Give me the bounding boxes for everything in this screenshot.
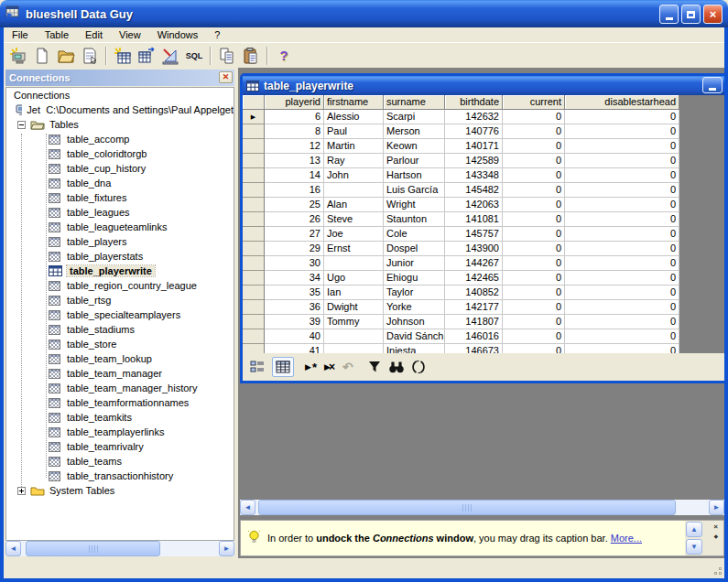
- tree-item-table_playerstats[interactable]: table_playerstats: [6, 249, 234, 264]
- grid-cell[interactable]: 0: [503, 168, 565, 183]
- more-link[interactable]: More...: [611, 533, 642, 544]
- scroll-left-icon[interactable]: ◄: [5, 541, 21, 556]
- tree-item-table_transactionhistory[interactable]: table_transactionhistory: [6, 469, 234, 483]
- grid-cell[interactable]: 0: [565, 183, 679, 198]
- grid-cell[interactable]: Scarpi: [384, 110, 445, 124]
- grid-cell[interactable]: 16: [265, 183, 324, 198]
- tree-item-table_players[interactable]: table_players: [6, 234, 234, 249]
- new-record-icon[interactable]: ▶*: [305, 361, 317, 374]
- collapse-icon[interactable]: [17, 121, 26, 129]
- row-selector[interactable]: [243, 124, 265, 139]
- grid-cell[interactable]: Dwight: [324, 300, 384, 315]
- scrollbar-thumb[interactable]: [258, 500, 676, 515]
- tree-item-table_dna[interactable]: table_dna: [6, 176, 234, 190]
- row-selector[interactable]: [243, 271, 265, 286]
- find-icon[interactable]: [388, 361, 405, 373]
- grid-cell[interactable]: [324, 183, 384, 198]
- grid-cell[interactable]: 6: [265, 110, 324, 124]
- grid-cell[interactable]: 0: [565, 198, 679, 212]
- scrollbar-thumb[interactable]: [26, 541, 160, 556]
- grid-cell[interactable]: Yorke: [384, 300, 445, 315]
- tree-item-table_rtsg[interactable]: table_rtsg: [6, 293, 234, 307]
- grid-cell[interactable]: 0: [565, 286, 679, 300]
- tree-item-table_team_lookup[interactable]: table_team_lookup: [6, 351, 234, 366]
- grid-column-header[interactable]: birthdate: [445, 95, 503, 110]
- grid-cell[interactable]: 0: [503, 212, 565, 227]
- grid-cell[interactable]: 0: [503, 286, 565, 300]
- new-connection-icon[interactable]: [7, 46, 29, 66]
- grid-cell[interactable]: 0: [565, 256, 679, 271]
- tree-item-jet-connection[interactable]: Jet C:\Documents and Settings\Paul Appel…: [6, 102, 234, 117]
- form-view-icon[interactable]: [250, 360, 265, 374]
- grid-cell[interactable]: John: [324, 168, 384, 183]
- tree-item-table_teamrivalry[interactable]: table_teamrivalry: [6, 439, 234, 454]
- grid-cell[interactable]: Merson: [384, 124, 445, 139]
- row-selector[interactable]: [243, 212, 265, 227]
- grid-cell[interactable]: 0: [503, 183, 565, 198]
- menu-item-help[interactable]: ?: [206, 28, 228, 41]
- grid-cell[interactable]: 39: [265, 315, 324, 329]
- grid-cell[interactable]: 35: [265, 286, 324, 300]
- row-selector[interactable]: [243, 139, 265, 154]
- grid-cell[interactable]: 0: [565, 212, 679, 227]
- grid-cell[interactable]: 141081: [445, 212, 503, 227]
- grid-cell[interactable]: 26: [265, 212, 324, 227]
- grid-cell[interactable]: 0: [503, 271, 565, 286]
- current-row-marker[interactable]: ▶: [243, 110, 265, 124]
- grid-cell[interactable]: Joe: [324, 227, 384, 242]
- grid-cell[interactable]: Paul: [324, 124, 384, 139]
- grid-cell[interactable]: Luis García: [384, 183, 445, 198]
- grid-cell[interactable]: 0: [565, 344, 679, 353]
- grid-cell[interactable]: 0: [565, 329, 679, 344]
- tree-item-table_playerwrite[interactable]: table_playerwrite: [6, 264, 234, 278]
- tree-item-table_specialteamplayers[interactable]: table_specialteamplayers: [6, 307, 234, 322]
- row-selector[interactable]: [243, 256, 265, 271]
- grid-cell[interactable]: Tommy: [324, 315, 384, 329]
- scroll-right-icon[interactable]: ►: [709, 500, 724, 515]
- tree-item-table_teamkits[interactable]: table_teamkits: [6, 410, 234, 425]
- scroll-left-icon[interactable]: ◄: [240, 500, 255, 515]
- tree-item-table_team_manager[interactable]: table_team_manager: [6, 366, 234, 381]
- grid-cell[interactable]: 0: [565, 110, 679, 124]
- grid-cell[interactable]: 146016: [445, 329, 503, 344]
- grid-cell[interactable]: 12: [265, 139, 324, 154]
- row-selector[interactable]: [243, 227, 265, 242]
- grid-cell[interactable]: 40: [265, 329, 324, 344]
- row-selector[interactable]: [243, 344, 265, 353]
- grid-cell[interactable]: Ernst: [324, 242, 384, 256]
- open-icon[interactable]: [55, 46, 77, 66]
- refresh-icon[interactable]: [412, 361, 425, 373]
- scroll-down-icon[interactable]: ▼: [686, 539, 702, 555]
- mdi-hscrollbar[interactable]: ◄ ►: [240, 500, 724, 515]
- grid-cell[interactable]: 145482: [445, 183, 503, 198]
- tree-item-table_teamplayerlinks[interactable]: table_teamplayerlinks: [6, 425, 234, 439]
- grid-column-header[interactable]: surname: [384, 95, 445, 110]
- grid-cell[interactable]: Ray: [324, 154, 384, 168]
- grid-cell[interactable]: Johnson: [384, 315, 445, 329]
- tree-item-table_fixtures[interactable]: table_fixtures: [6, 190, 234, 205]
- grid-cell[interactable]: 0: [503, 124, 565, 139]
- tree-item-table_coloridtorgb[interactable]: table_coloridtorgb: [6, 146, 234, 161]
- grid-view-icon[interactable]: [272, 357, 294, 377]
- grid-cell[interactable]: 30: [265, 256, 324, 271]
- menu-item-table[interactable]: Table: [37, 28, 77, 41]
- grid-cell[interactable]: 0: [503, 227, 565, 242]
- grid-column-header[interactable]: firstname: [324, 95, 384, 110]
- open-table-icon[interactable]: [136, 46, 158, 66]
- grid-cell[interactable]: 141807: [445, 315, 503, 329]
- grid-cell[interactable]: Staunton: [384, 212, 445, 227]
- grid-cell[interactable]: 142063: [445, 198, 503, 212]
- grid-column-header[interactable]: playerid: [265, 95, 324, 110]
- grid-cell[interactable]: 0: [565, 154, 679, 168]
- grid-cell[interactable]: 143348: [445, 168, 503, 183]
- grid-cell[interactable]: 0: [565, 315, 679, 329]
- tree-item-system-tables[interactable]: System Tables: [6, 483, 234, 498]
- grid-cell[interactable]: Ehiogu: [384, 271, 445, 286]
- grid-cell[interactable]: 140776: [445, 124, 503, 139]
- tree-item-table_stadiums[interactable]: table_stadiums: [6, 322, 234, 337]
- grid-cell[interactable]: Parlour: [384, 154, 445, 168]
- grid-cell[interactable]: 14: [265, 168, 324, 183]
- grid-cell[interactable]: 0: [503, 139, 565, 154]
- tree-item-table_leagues[interactable]: table_leagues: [6, 205, 234, 220]
- connections-panel-header[interactable]: Connections ✕: [5, 70, 234, 86]
